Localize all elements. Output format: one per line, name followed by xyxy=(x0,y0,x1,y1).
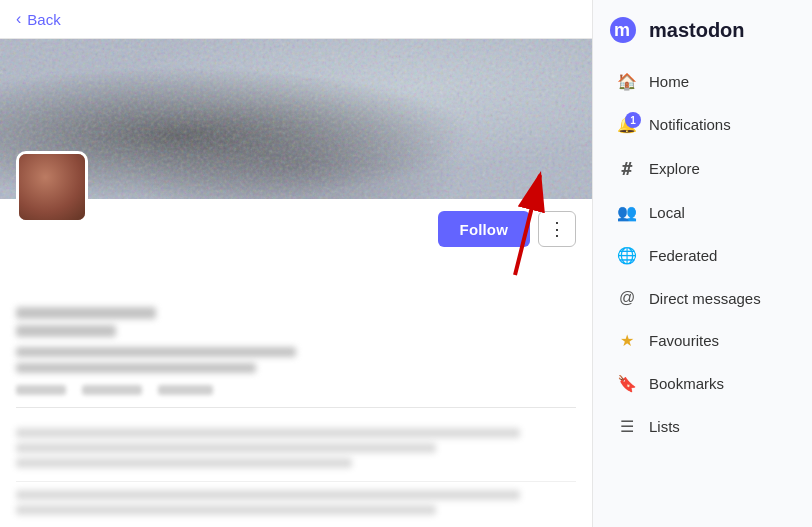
star-icon: ★ xyxy=(617,331,637,350)
post-text-5 xyxy=(16,505,436,515)
posts-count xyxy=(16,385,66,395)
sidebar-label-federated: Federated xyxy=(649,247,717,264)
post-text-3 xyxy=(16,458,352,468)
post-text-4 xyxy=(16,490,520,500)
home-icon: 🏠 xyxy=(617,72,637,91)
hashtag-icon: # xyxy=(617,158,637,179)
sidebar-item-federated[interactable]: 🌐 Federated xyxy=(601,235,804,276)
following-count xyxy=(82,385,142,395)
more-options-button[interactable]: ⋮ xyxy=(538,211,576,247)
sidebar-label-bookmarks: Bookmarks xyxy=(649,375,724,392)
sidebar-item-lists[interactable]: ☰ Lists xyxy=(601,406,804,447)
post-item xyxy=(16,482,576,527)
local-icon: 👥 xyxy=(617,203,637,222)
profile-bio-1 xyxy=(16,347,296,357)
notification-badge: 1 xyxy=(625,112,641,128)
logo-text: mastodon xyxy=(649,19,745,42)
profile-divider xyxy=(16,407,576,408)
sidebar-label-home: Home xyxy=(649,73,689,90)
sidebar-item-explore[interactable]: # Explore xyxy=(601,147,804,190)
back-button[interactable]: ‹ Back xyxy=(0,0,592,39)
profile-info-section: Follow ⋮ xyxy=(0,199,592,527)
sidebar-label-favourites: Favourites xyxy=(649,332,719,349)
avatar-image xyxy=(19,154,85,220)
sidebar-label-explore: Explore xyxy=(649,160,700,177)
bookmark-icon: 🔖 xyxy=(617,374,637,393)
at-icon: @ xyxy=(617,289,637,307)
left-panel: ‹ Back Follow ⋮ xyxy=(0,0,592,527)
sidebar-item-home[interactable]: 🏠 Home xyxy=(601,61,804,102)
stats-row xyxy=(16,385,576,395)
sidebar-item-direct-messages[interactable]: @ Direct messages xyxy=(601,278,804,318)
right-sidebar: m mastodon 🏠 Home 🔔 1 Notifications # Ex… xyxy=(592,0,812,527)
svg-text:m: m xyxy=(614,20,630,40)
sidebar-item-local[interactable]: 👥 Local xyxy=(601,192,804,233)
post-item xyxy=(16,420,576,482)
action-row: Follow ⋮ xyxy=(16,199,576,255)
profile-name-block xyxy=(16,307,576,373)
sidebar-label-notifications: Notifications xyxy=(649,116,731,133)
sidebar-label-lists: Lists xyxy=(649,418,680,435)
profile-handle xyxy=(16,325,116,337)
back-chevron-icon: ‹ xyxy=(16,10,21,28)
post-text-2 xyxy=(16,443,436,453)
sidebar-item-favourites[interactable]: ★ Favourites xyxy=(601,320,804,361)
globe-icon: 🌐 xyxy=(617,246,637,265)
banner-noise xyxy=(0,39,592,199)
more-icon: ⋮ xyxy=(548,218,566,240)
profile-area: Follow ⋮ xyxy=(0,39,592,527)
profile-bio-2 xyxy=(16,363,256,373)
sidebar-label-local: Local xyxy=(649,204,685,221)
avatar xyxy=(16,151,88,223)
sidebar-label-direct-messages: Direct messages xyxy=(649,290,761,307)
sidebar-item-bookmarks[interactable]: 🔖 Bookmarks xyxy=(601,363,804,404)
sidebar-item-notifications[interactable]: 🔔 1 Notifications xyxy=(601,104,804,145)
mastodon-logo-icon: m xyxy=(609,14,641,46)
followers-count xyxy=(158,385,213,395)
sidebar-nav: 🏠 Home 🔔 1 Notifications # Explore 👥 Loc… xyxy=(593,56,812,452)
post-text-1 xyxy=(16,428,520,438)
list-icon: ☰ xyxy=(617,417,637,436)
profile-banner xyxy=(0,39,592,199)
profile-name xyxy=(16,307,156,319)
follow-button[interactable]: Follow xyxy=(438,211,530,247)
sidebar-logo: m mastodon xyxy=(593,0,812,56)
back-label: Back xyxy=(27,11,60,28)
